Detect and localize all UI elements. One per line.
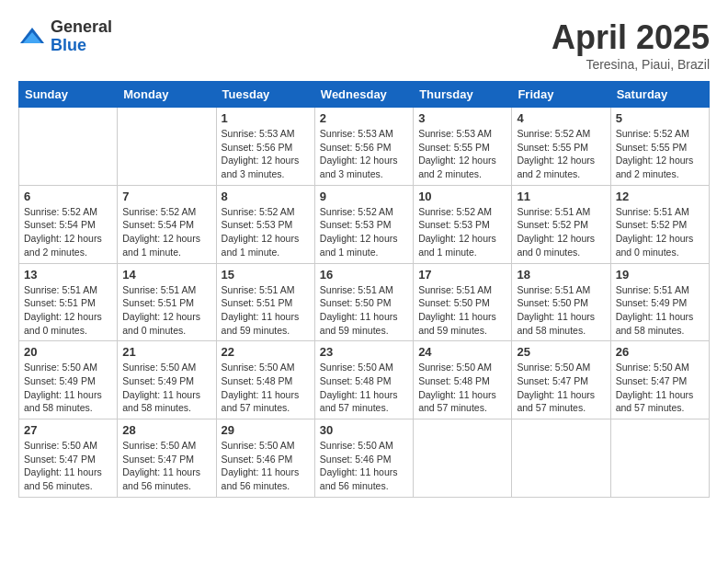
calendar-cell: 19Sunrise: 5:51 AM Sunset: 5:49 PM Dayli… — [610, 263, 709, 341]
calendar-week-row: 27Sunrise: 5:50 AM Sunset: 5:47 PM Dayli… — [19, 419, 710, 498]
logo-blue-text: Blue — [51, 37, 112, 55]
day-info: Sunrise: 5:50 AM Sunset: 5:47 PM Dayligh… — [517, 361, 605, 415]
day-number: 22 — [222, 345, 310, 359]
calendar-week-row: 13Sunrise: 5:51 AM Sunset: 5:51 PM Dayli… — [19, 263, 710, 341]
header: General Blue April 2025 Teresina, Piaui,… — [18, 18, 710, 72]
calendar-cell: 21Sunrise: 5:50 AM Sunset: 5:49 PM Dayli… — [118, 341, 216, 419]
day-info: Sunrise: 5:51 AM Sunset: 5:52 PM Dayligh… — [616, 205, 704, 259]
day-info: Sunrise: 5:50 AM Sunset: 5:47 PM Dayligh… — [24, 439, 112, 493]
day-number: 10 — [418, 190, 506, 203]
title-area: April 2025 Teresina, Piaui, Brazil — [552, 18, 710, 72]
calendar-cell — [610, 419, 709, 498]
calendar-cell: 22Sunrise: 5:50 AM Sunset: 5:48 PM Dayli… — [216, 341, 314, 419]
calendar-cell: 25Sunrise: 5:50 AM Sunset: 5:47 PM Dayli… — [512, 341, 610, 419]
calendar-cell: 8Sunrise: 5:52 AM Sunset: 5:53 PM Daylig… — [216, 185, 314, 263]
day-number: 1 — [222, 111, 310, 125]
calendar-cell: 23Sunrise: 5:50 AM Sunset: 5:48 PM Dayli… — [314, 341, 413, 419]
calendar-cell: 16Sunrise: 5:51 AM Sunset: 5:50 PM Dayli… — [314, 263, 413, 341]
day-number: 5 — [616, 111, 704, 125]
day-info: Sunrise: 5:53 AM Sunset: 5:56 PM Dayligh… — [320, 127, 408, 181]
weekday-header: Sunday — [19, 82, 118, 108]
day-number: 29 — [222, 423, 310, 437]
day-info: Sunrise: 5:52 AM Sunset: 5:54 PM Dayligh… — [122, 205, 210, 259]
calendar-cell: 28Sunrise: 5:50 AM Sunset: 5:47 PM Dayli… — [118, 419, 216, 498]
day-info: Sunrise: 5:51 AM Sunset: 5:50 PM Dayligh… — [320, 283, 408, 338]
month-title: April 2025 — [552, 18, 710, 57]
logo-icon — [18, 23, 46, 51]
calendar-cell — [118, 108, 216, 186]
day-number: 15 — [222, 268, 310, 282]
day-number: 14 — [122, 268, 210, 282]
weekday-header: Tuesday — [216, 82, 314, 108]
day-number: 12 — [616, 190, 704, 203]
day-number: 7 — [122, 190, 210, 203]
calendar-cell: 2Sunrise: 5:53 AM Sunset: 5:56 PM Daylig… — [314, 108, 413, 186]
day-number: 2 — [320, 111, 408, 125]
day-info: Sunrise: 5:53 AM Sunset: 5:55 PM Dayligh… — [418, 127, 506, 181]
day-number: 27 — [24, 423, 112, 437]
calendar-cell: 26Sunrise: 5:50 AM Sunset: 5:47 PM Dayli… — [610, 341, 709, 419]
day-info: Sunrise: 5:51 AM Sunset: 5:50 PM Dayligh… — [418, 283, 506, 338]
day-number: 25 — [517, 345, 605, 359]
weekday-header: Wednesday — [314, 82, 413, 108]
calendar-cell: 18Sunrise: 5:51 AM Sunset: 5:50 PM Dayli… — [512, 263, 610, 341]
location: Teresina, Piaui, Brazil — [552, 57, 710, 72]
calendar-week-row: 20Sunrise: 5:50 AM Sunset: 5:49 PM Dayli… — [19, 341, 710, 419]
day-number: 21 — [122, 345, 210, 359]
day-number: 26 — [616, 345, 704, 359]
weekday-header: Monday — [118, 82, 216, 108]
day-info: Sunrise: 5:52 AM Sunset: 5:55 PM Dayligh… — [517, 127, 605, 181]
calendar-week-row: 1Sunrise: 5:53 AM Sunset: 5:56 PM Daylig… — [19, 108, 710, 186]
day-info: Sunrise: 5:50 AM Sunset: 5:49 PM Dayligh… — [122, 361, 210, 415]
day-number: 24 — [418, 345, 506, 359]
calendar-cell: 6Sunrise: 5:52 AM Sunset: 5:54 PM Daylig… — [19, 185, 118, 263]
calendar-cell: 9Sunrise: 5:52 AM Sunset: 5:53 PM Daylig… — [314, 185, 413, 263]
day-info: Sunrise: 5:50 AM Sunset: 5:47 PM Dayligh… — [616, 361, 704, 415]
calendar-table: SundayMondayTuesdayWednesdayThursdayFrid… — [18, 81, 710, 498]
calendar-cell: 10Sunrise: 5:52 AM Sunset: 5:53 PM Dayli… — [414, 185, 512, 263]
calendar-cell: 5Sunrise: 5:52 AM Sunset: 5:55 PM Daylig… — [610, 108, 709, 186]
day-number: 9 — [320, 190, 408, 203]
calendar-cell: 14Sunrise: 5:51 AM Sunset: 5:51 PM Dayli… — [118, 263, 216, 341]
day-info: Sunrise: 5:52 AM Sunset: 5:53 PM Dayligh… — [222, 205, 310, 259]
day-info: Sunrise: 5:50 AM Sunset: 5:48 PM Dayligh… — [418, 361, 506, 415]
day-info: Sunrise: 5:50 AM Sunset: 5:46 PM Dayligh… — [222, 439, 310, 493]
day-info: Sunrise: 5:51 AM Sunset: 5:52 PM Dayligh… — [517, 205, 605, 259]
logo-general-text: General — [51, 18, 112, 37]
day-info: Sunrise: 5:50 AM Sunset: 5:48 PM Dayligh… — [320, 361, 408, 415]
day-number: 20 — [24, 345, 112, 359]
day-number: 13 — [24, 268, 112, 282]
day-number: 16 — [320, 268, 408, 282]
day-number: 18 — [517, 268, 605, 282]
calendar-cell: 3Sunrise: 5:53 AM Sunset: 5:55 PM Daylig… — [414, 108, 512, 186]
day-number: 8 — [222, 190, 310, 203]
day-number: 4 — [517, 111, 605, 125]
day-info: Sunrise: 5:51 AM Sunset: 5:51 PM Dayligh… — [24, 283, 112, 338]
calendar-cell: 27Sunrise: 5:50 AM Sunset: 5:47 PM Dayli… — [19, 419, 118, 498]
day-number: 6 — [24, 190, 112, 203]
day-info: Sunrise: 5:50 AM Sunset: 5:46 PM Dayligh… — [320, 439, 408, 493]
calendar-cell: 7Sunrise: 5:52 AM Sunset: 5:54 PM Daylig… — [118, 185, 216, 263]
day-info: Sunrise: 5:52 AM Sunset: 5:55 PM Dayligh… — [616, 127, 704, 181]
weekday-header: Thursday — [414, 82, 512, 108]
calendar-cell: 13Sunrise: 5:51 AM Sunset: 5:51 PM Dayli… — [19, 263, 118, 341]
day-info: Sunrise: 5:52 AM Sunset: 5:54 PM Dayligh… — [24, 205, 112, 259]
day-number: 3 — [418, 111, 506, 125]
calendar-cell: 24Sunrise: 5:50 AM Sunset: 5:48 PM Dayli… — [414, 341, 512, 419]
day-number: 28 — [122, 423, 210, 437]
calendar-cell: 17Sunrise: 5:51 AM Sunset: 5:50 PM Dayli… — [414, 263, 512, 341]
day-number: 11 — [517, 190, 605, 203]
day-number: 30 — [320, 423, 408, 437]
logo-text: General Blue — [51, 18, 112, 55]
calendar-cell — [512, 419, 610, 498]
calendar-cell — [414, 419, 512, 498]
day-info: Sunrise: 5:51 AM Sunset: 5:50 PM Dayligh… — [517, 283, 605, 338]
calendar-cell: 1Sunrise: 5:53 AM Sunset: 5:56 PM Daylig… — [216, 108, 314, 186]
day-info: Sunrise: 5:50 AM Sunset: 5:49 PM Dayligh… — [24, 361, 112, 415]
day-info: Sunrise: 5:50 AM Sunset: 5:47 PM Dayligh… — [122, 439, 210, 493]
weekday-header: Saturday — [610, 82, 709, 108]
calendar-cell: 20Sunrise: 5:50 AM Sunset: 5:49 PM Dayli… — [19, 341, 118, 419]
day-info: Sunrise: 5:52 AM Sunset: 5:53 PM Dayligh… — [418, 205, 506, 259]
calendar-week-row: 6Sunrise: 5:52 AM Sunset: 5:54 PM Daylig… — [19, 185, 710, 263]
calendar-cell — [19, 108, 118, 186]
